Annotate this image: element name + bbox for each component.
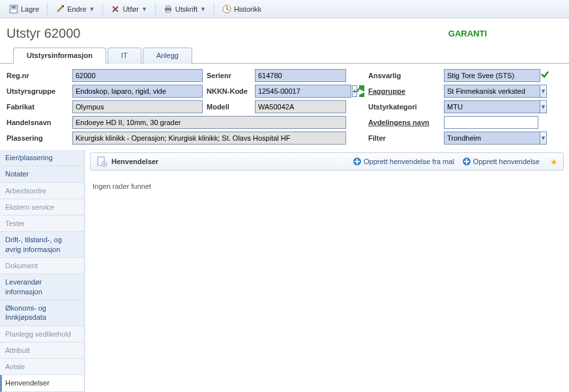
sidebar-item-eier[interactable]: Eier/plassering — [0, 150, 84, 166]
panel-title: Henvendelser — [111, 158, 158, 165]
dropdown-button[interactable]: ▼ — [540, 85, 547, 98]
svg-rect-8 — [166, 6, 170, 8]
chevron-down-icon: ▼ — [141, 6, 147, 12]
nkkn-label: NKKN-Kode — [207, 87, 251, 95]
history-label: Historikk — [234, 5, 261, 13]
print-button[interactable]: Utskrift ▼ — [158, 3, 211, 16]
change-button[interactable]: Endre ▼ — [50, 3, 100, 16]
sidebar-item-dokument[interactable]: Dokument — [0, 258, 84, 274]
fabrikat-label: Fabrikat — [7, 103, 68, 111]
modell-field[interactable] — [255, 100, 346, 113]
sidebar-item-avtale[interactable]: Avtale — [0, 359, 84, 375]
create-label: Opprett henvendelse — [473, 158, 540, 165]
gruppe-field[interactable] — [72, 85, 203, 98]
pencil-icon — [55, 5, 65, 14]
kategori-label: Utstyrkategori — [368, 103, 440, 111]
ansvarlig-field[interactable] — [444, 69, 540, 82]
document-icon — [96, 156, 108, 167]
regnr-label: Reg.nr — [7, 72, 68, 79]
plus-circle-icon — [353, 157, 362, 166]
toolbar-separator — [47, 3, 48, 15]
avdnavn-field[interactable] — [444, 116, 538, 129]
chevron-down-icon: ▼ — [89, 6, 95, 12]
tab-it[interactable]: IT — [108, 48, 141, 64]
tab-utstyrsinformasjon[interactable]: Utstyrsinformasjon — [13, 48, 106, 64]
sidebar-item-henvendelser[interactable]: Henvendelser — [0, 375, 84, 391]
plassering-field[interactable] — [72, 132, 346, 145]
faggruppe-label[interactable]: Faggruppe — [368, 87, 440, 95]
main-tabs: Utstyrsinformasjon IT Anlegg — [0, 48, 569, 64]
star-icon[interactable]: ★ — [550, 157, 558, 167]
printer-icon — [164, 5, 173, 14]
create-link[interactable]: Opprett henvendelse — [462, 157, 540, 166]
sidebar-item-notater[interactable]: Notater — [0, 166, 84, 182]
svg-rect-2 — [12, 6, 16, 8]
sidebar-item-leverandor[interactable]: Leverandør informasjon — [0, 274, 84, 300]
svg-line-3 — [57, 7, 63, 12]
nkkn-field[interactable] — [255, 85, 351, 98]
modell-label: Modell — [207, 103, 251, 111]
toolbar-separator — [214, 3, 214, 15]
panel-bar: Henvendelser Opprett henvendelse fra mal… — [90, 152, 564, 171]
add-button[interactable]: + — [352, 85, 357, 97]
svg-rect-4 — [62, 5, 64, 7]
empty-message: Ingen rader funnet — [90, 171, 564, 202]
filter-field[interactable] — [444, 132, 540, 145]
body-row: Eier/plassering Notater Arbeidsordre Eks… — [0, 150, 569, 392]
faggruppe-field[interactable] — [444, 85, 540, 98]
save-label: Lagre — [21, 5, 39, 13]
kategori-field[interactable] — [444, 100, 540, 113]
regnr-field[interactable] — [72, 69, 203, 82]
toolbar-separator — [155, 3, 156, 15]
content: Henvendelser Opprett henvendelse fra mal… — [85, 150, 569, 392]
avdnavn-label[interactable]: Avdelingens navn — [368, 119, 440, 126]
execute-button[interactable]: Utfør ▼ — [106, 3, 152, 16]
tab-anlegg[interactable]: Anlegg — [143, 48, 192, 64]
gruppe-label: Utstyrsgruppe — [7, 87, 68, 95]
plassering-label: Plassering — [7, 134, 68, 142]
filter-label: Filter — [368, 134, 440, 142]
toolbar-separator — [102, 3, 103, 15]
create-from-template-link[interactable]: Opprett henvendelse fra mal — [353, 157, 454, 166]
sidebar-item-attributt[interactable]: Attributt — [0, 343, 84, 359]
sidebar-item-ekstern-service[interactable]: Ekstern service — [0, 199, 84, 216]
check-icon — [540, 69, 549, 79]
serienr-label: Serienr — [207, 72, 251, 79]
serienr-field[interactable] — [255, 69, 346, 82]
handelsnavn-field[interactable] — [72, 116, 346, 129]
save-button[interactable]: Lagre — [4, 3, 44, 16]
change-label: Endre — [67, 5, 86, 13]
sidebar-item-arbeidsordre[interactable]: Arbeidsordre — [0, 183, 84, 199]
svg-rect-9 — [166, 10, 170, 12]
go-button[interactable]: ▶ — [359, 85, 364, 97]
toolbar: Lagre Endre ▼ Utfør ▼ Utskrift ▼ Histori… — [0, 0, 569, 18]
page-header: Utstyr 62000 GARANTI — [0, 18, 569, 48]
page-title: Utstyr 62000 — [7, 26, 80, 41]
chevron-down-icon: ▼ — [200, 6, 206, 12]
clock-icon — [222, 5, 231, 14]
sidebar-item-tester[interactable]: Tester — [0, 216, 84, 232]
dropdown-button[interactable]: ▼ — [540, 100, 547, 113]
history-button[interactable]: Historikk — [217, 3, 267, 16]
plus-circle-icon — [462, 157, 471, 166]
form-area: Reg.nr Serienr Ansvarlig Utstyrsgruppe N… — [0, 64, 569, 150]
tools-icon — [111, 5, 120, 14]
execute-label: Utfør — [123, 5, 138, 13]
print-label: Utskrift — [175, 5, 197, 13]
ansvarlig-label: Ansvarlig — [368, 72, 440, 79]
panel-actions: Opprett henvendelse fra mal Opprett henv… — [353, 157, 558, 167]
save-icon — [9, 5, 18, 14]
sidebar-item-planlegg[interactable]: Planlegg vedlikehold — [0, 326, 84, 343]
sidebar-item-okonomi[interactable]: Økonomi- og Innkjøpsdata — [0, 300, 84, 326]
sidebar-item-drift[interactable]: Drift-, tilstand-, og øvrig informasjon — [0, 232, 84, 258]
warranty-label: GARANTI — [448, 29, 487, 38]
svg-rect-1 — [11, 10, 16, 12]
create-from-template-label: Opprett henvendelse fra mal — [364, 158, 454, 165]
sidebar: Eier/plassering Notater Arbeidsordre Eks… — [0, 150, 85, 392]
fabrikat-field[interactable] — [72, 100, 203, 113]
dropdown-button[interactable]: ▼ — [540, 132, 547, 145]
handelsnavn-label: Handelsnavn — [7, 119, 68, 126]
